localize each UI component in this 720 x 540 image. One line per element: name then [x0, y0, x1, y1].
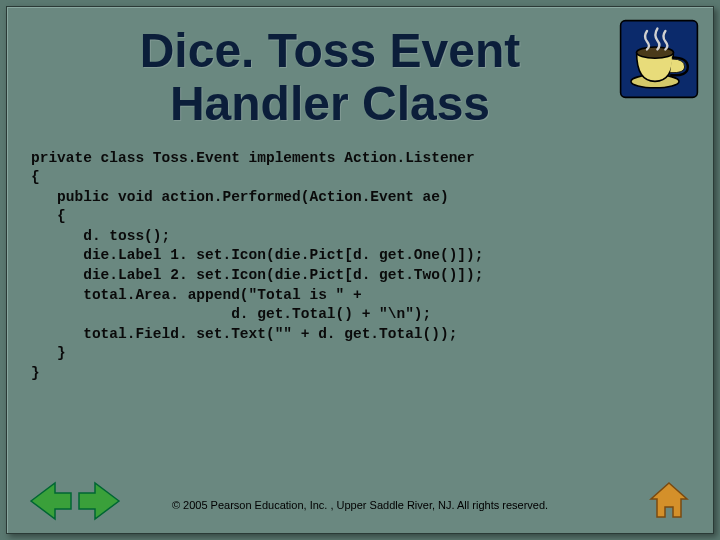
svg-marker-5: [651, 483, 687, 517]
arrow-left-icon: [29, 481, 73, 521]
next-slide-button[interactable]: [77, 481, 121, 525]
svg-marker-4: [79, 483, 119, 519]
arrow-right-icon: [77, 481, 121, 521]
home-button[interactable]: [647, 481, 691, 525]
code-block: private class Toss.Event implements Acti…: [7, 141, 713, 392]
slide-title: Dice. Toss Event Handler Class: [7, 7, 713, 141]
home-icon: [647, 481, 691, 521]
svg-marker-3: [31, 483, 71, 519]
nav-right-group: [647, 481, 691, 525]
coffee-cup-icon: [619, 19, 699, 99]
nav-left-group: [29, 481, 121, 525]
svg-point-2: [637, 47, 674, 58]
slide-frame: Dice. Toss Event Handler Class private c…: [6, 6, 714, 534]
prev-slide-button[interactable]: [29, 481, 73, 525]
